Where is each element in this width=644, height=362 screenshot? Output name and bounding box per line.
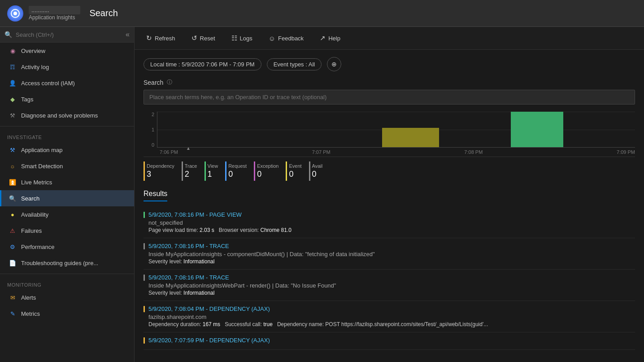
- sidebar-item-live-metrics[interactable]: ⏫ Live Metrics: [0, 174, 134, 190]
- sidebar: 🔍 « ◉ Overview ☶ Activity log 👤 Access c…: [0, 27, 135, 362]
- y-label-1: 1: [144, 127, 154, 132]
- event-count-event[interactable]: Event 0: [286, 161, 309, 181]
- result-item-r5[interactable]: 5/9/2020, 7:07:59 PM - DEPENDENCY (AJAX): [144, 332, 635, 350]
- sidebar-item-troubleshoot[interactable]: 📄 Troubleshooting guides (pre...: [0, 255, 134, 271]
- divider-2: [0, 274, 134, 274]
- help-button[interactable]: ↗ Help: [317, 32, 343, 44]
- sidebar-item-smart-detection[interactable]: ☼ Smart Detection: [0, 158, 134, 174]
- result-item-r2[interactable]: 5/9/2020, 7:08:16 PM - TRACE Inside MyAp…: [144, 238, 635, 270]
- event-types-filter[interactable]: Event types : All: [267, 58, 322, 70]
- sidebar-item-performance[interactable]: ⚙ Performance: [0, 239, 134, 255]
- result-detail: Dependency duration: 167 ms Successful c…: [144, 321, 635, 327]
- sidebar-item-label: Diagnose and solve problems: [21, 112, 98, 119]
- search-nav-icon: 🔍: [9, 194, 17, 202]
- availability-icon: ●: [9, 210, 17, 218]
- detail-label: Severity level:: [148, 290, 182, 296]
- event-count-request[interactable]: Request 0: [225, 161, 254, 181]
- sidebar-item-failures[interactable]: ⚠ Failures: [0, 222, 134, 239]
- detail-label3: Dependency name:: [277, 321, 324, 327]
- app-logo: [7, 5, 23, 22]
- result-subtitle: not_specified: [144, 219, 635, 226]
- result-item-r4[interactable]: 5/9/2020, 7:08:04 PM - DEPENDENCY (AJAX)…: [144, 301, 635, 332]
- refresh-button[interactable]: ↻ Refresh: [144, 32, 178, 44]
- result-title: 5/9/2020, 7:08:16 PM - TRACE: [148, 243, 229, 249]
- search-content: Local time : 5/9/2020 7:06 PM - 7:09 PM …: [135, 50, 644, 362]
- detail-label: Severity level:: [148, 258, 182, 265]
- resource-name: ...........: [29, 6, 80, 14]
- event-count-value: 3: [147, 170, 174, 179]
- sidebar-item-label: Smart Detection: [21, 163, 63, 170]
- collapse-sidebar-button[interactable]: «: [126, 31, 130, 39]
- results-header: Results: [144, 190, 167, 201]
- sidebar-item-application-map[interactable]: ⚒ Application map: [0, 142, 134, 158]
- sidebar-item-alerts[interactable]: ✉ Alerts: [0, 289, 134, 305]
- event-counts-row: Dependency 3 Trace 2 View 1 Request 0 Ex…: [144, 157, 635, 181]
- event-count-avail[interactable]: Avail 0: [309, 161, 330, 181]
- result-item-r3[interactable]: 5/9/2020, 7:08:16 PM - TRACE Inside MyAp…: [144, 270, 635, 301]
- result-detail: Severity level: Informational: [144, 290, 635, 296]
- refresh-icon: ↻: [146, 34, 152, 42]
- sidebar-item-availability[interactable]: ● Availability: [0, 206, 134, 222]
- y-label-0: 0: [144, 142, 154, 148]
- result-title: 5/9/2020, 7:08:04 PM - DEPENDENCY (AJAX): [148, 305, 270, 312]
- sidebar-item-tags[interactable]: ◆ Tags: [0, 91, 134, 107]
- detail-value2: true: [263, 321, 273, 327]
- alerts-icon: ✉: [9, 293, 17, 301]
- sidebar-search-row: 🔍 «: [0, 27, 134, 43]
- monitoring-section-label: Monitoring: [0, 277, 134, 289]
- search-input[interactable]: [16, 31, 122, 38]
- sidebar-item-label: Live Metrics: [21, 179, 52, 186]
- result-title: 5/9/2020, 7:08:16 PM - TRACE: [148, 274, 229, 281]
- event-count-label: Exception: [257, 163, 278, 169]
- metrics-icon: ✎: [9, 310, 17, 318]
- event-count-value: 1: [208, 170, 218, 179]
- time-range-filter[interactable]: Local time : 5/9/2020 7:06 PM - 7:09 PM: [144, 58, 261, 70]
- svg-point-1: [13, 12, 17, 15]
- sidebar-item-metrics[interactable]: ✎ Metrics: [0, 305, 134, 322]
- result-subtitle: Inside MyApplicationInsightsWebPart - re…: [144, 282, 635, 289]
- detail-label2: Browser version:: [219, 227, 259, 233]
- detail-value2: Chrome 81.0: [261, 227, 292, 233]
- search-icon: 🔍: [4, 31, 12, 38]
- sidebar-item-activity-log[interactable]: ☶ Activity log: [0, 59, 134, 75]
- chart-bar-1: [382, 128, 439, 147]
- feedback-button[interactable]: ☺ Feedback: [266, 33, 306, 44]
- search-text-input[interactable]: [144, 90, 635, 105]
- result-subtitle: Inside MyApplicationInsights - component…: [144, 251, 635, 257]
- event-count-trace[interactable]: Trace 2: [182, 161, 205, 181]
- chart-y-axis: 2 1 0: [144, 112, 157, 148]
- sidebar-item-access-control[interactable]: 👤 Access control (IAM): [0, 75, 134, 91]
- help-label: Help: [328, 35, 340, 42]
- sidebar-item-label: Troubleshooting guides (pre...: [21, 260, 98, 266]
- content-area: ↻ Refresh ↺ Reset ☷ Logs ☺ Feedback ↗ He…: [135, 27, 644, 362]
- event-count-view[interactable]: View 1: [205, 161, 226, 181]
- info-icon: ⓘ: [167, 79, 172, 86]
- x-label-0: 7:06 PM: [160, 149, 178, 155]
- reset-icon: ↺: [191, 34, 197, 42]
- sidebar-item-label: Tags: [21, 96, 33, 103]
- add-filter-button[interactable]: ⊕: [327, 57, 341, 71]
- logs-button[interactable]: ☷ Logs: [229, 32, 255, 44]
- sidebar-item-overview[interactable]: ◉ Overview: [0, 43, 134, 59]
- x-label-2: 7:08 PM: [464, 149, 483, 155]
- chart-bar-2: [511, 112, 563, 147]
- result-item-r1[interactable]: 5/9/2020, 7:08:16 PM - PAGE VIEW not_spe…: [144, 207, 635, 238]
- sidebar-item-diagnose[interactable]: ⚒ Diagnose and solve problems: [0, 107, 134, 123]
- refresh-label: Refresh: [155, 35, 175, 42]
- result-detail: Page view load time: 2.03 s Browser vers…: [144, 227, 635, 233]
- page-title: Search: [89, 8, 117, 18]
- event-count-value: 0: [228, 170, 247, 179]
- result-subtitle: fazilsp.sharepoint.com: [144, 314, 635, 320]
- detail-value: Informational: [183, 290, 214, 296]
- result-type-bar: [144, 275, 145, 281]
- troubleshoot-icon: 📄: [9, 259, 17, 267]
- search-field-label: Search: [144, 79, 163, 86]
- logs-icon: ☷: [231, 34, 237, 42]
- sidebar-item-search[interactable]: 🔍 Search: [0, 190, 134, 206]
- reset-button[interactable]: ↺ Reset: [189, 32, 218, 44]
- smartdetect-icon: ☼: [9, 162, 17, 170]
- y-label-2: 2: [144, 112, 154, 117]
- event-count-exception[interactable]: Exception 0: [254, 161, 286, 181]
- x-label-1: 7:07 PM: [312, 149, 331, 155]
- event-count-dependency[interactable]: Dependency 3: [144, 161, 182, 181]
